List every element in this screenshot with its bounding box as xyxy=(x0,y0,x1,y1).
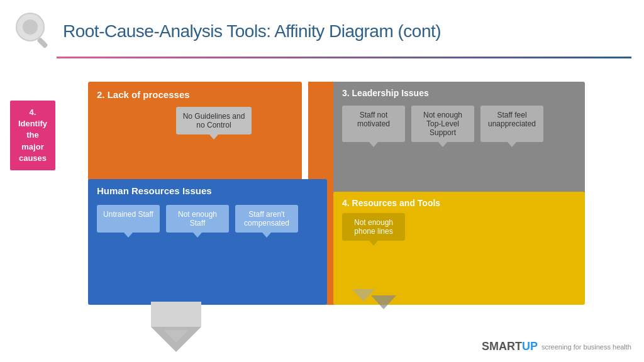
logo-tagline: screening for business health xyxy=(541,343,631,351)
logo-smart: SMART xyxy=(482,340,522,353)
page-title: Root-Cause-Analysis Tools: Affinity Diag… xyxy=(63,21,441,41)
arrow-indicator-1 xyxy=(371,295,396,309)
logo-up: UP xyxy=(522,340,538,353)
staff-not-compensated-card: Staff aren't compensated xyxy=(235,205,298,233)
arrow-indicator-2 xyxy=(352,289,375,302)
hr-cards-container: Untrained Staff Not enough Staff Staff a… xyxy=(88,205,327,233)
feel-unappreciated-card: Staff feel unappreciated xyxy=(480,106,543,142)
affinity-diagram: 2. Lack of processes No Guidelines and n… xyxy=(63,82,616,327)
smartup-logo: SMARTUP screening for business health xyxy=(482,340,631,353)
no-guidelines-card: No Guidelines and no Control xyxy=(176,107,252,134)
human-resources-block: Human Resources Issues Untrained Staff N… xyxy=(88,179,327,305)
logo-wordmark: SMARTUP xyxy=(482,340,538,353)
lack-of-processes-block: 2. Lack of processes No Guidelines and n… xyxy=(88,82,302,185)
human-resources-label: Human Resources Issues xyxy=(88,179,327,201)
resources-block: 4. Resources and Tools Not enough phone … xyxy=(333,192,585,305)
pencil-shape xyxy=(151,302,201,343)
phone-lines-card: Not enough phone lines xyxy=(342,213,405,241)
svg-point-1 xyxy=(23,19,38,35)
step-label: 4. Identify the major causes xyxy=(10,101,55,170)
untrained-staff-card: Untrained Staff xyxy=(97,205,160,233)
header: Root-Cause-Analysis Tools: Affinity Diag… xyxy=(0,0,644,57)
header-divider xyxy=(57,57,631,58)
resources-label: 4. Resources and Tools xyxy=(333,192,585,213)
leadership-block: 3. Leadership Issues Staff not motivated… xyxy=(333,82,585,198)
tool-icon xyxy=(13,9,57,53)
not-enough-staff-card: Not enough Staff xyxy=(166,205,229,233)
lack-of-processes-label: 2. Lack of processes xyxy=(88,82,302,104)
not-enough-top-level-card: Not enough Top-Level Support xyxy=(411,106,474,142)
leadership-label: 3. Leadership Issues xyxy=(333,82,585,103)
not-motivated-card: Staff not motivated xyxy=(342,106,405,142)
leadership-cards-container: Staff not motivated Not enough Top-Level… xyxy=(333,106,585,142)
